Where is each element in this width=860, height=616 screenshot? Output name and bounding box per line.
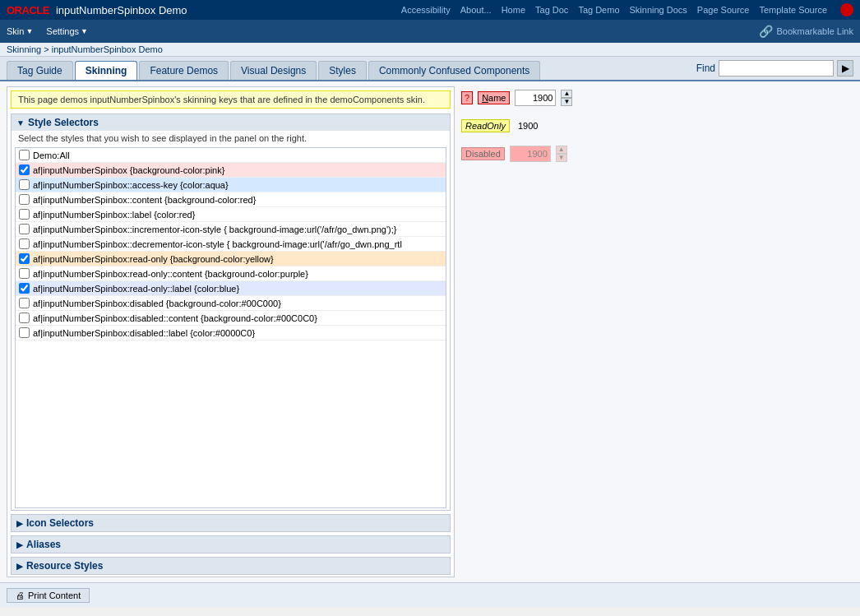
selector-checkbox-demo-all[interactable]: [19, 150, 30, 160]
settings-label: Settings: [46, 26, 79, 36]
right-panel: ? Name ▲ ▼ ReadOnly 1900 Disabled ▲ ▼: [461, 86, 853, 577]
selector-label-s12: af|inputNumberSpinbox:disabled::label {c…: [33, 328, 255, 338]
selector-checkbox-s6[interactable]: [19, 239, 30, 249]
selector-item-s9: af|inputNumberSpinbox:read-only::label {…: [16, 281, 446, 296]
find-label: Find: [696, 63, 715, 74]
top-nav-left: ORACLE inputNumberSpinbox Demo: [7, 4, 187, 16]
readonly-spinbox-row: ReadOnly 1900: [461, 116, 853, 136]
main-content: This page demos inputNumberSpinbox's ski…: [0, 81, 860, 582]
nav-circle-icon: [840, 3, 853, 16]
skin-label: Skin: [7, 26, 24, 36]
selector-label-s9: af|inputNumberSpinbox:read-only::label {…: [33, 284, 239, 294]
selector-checkbox-s3[interactable]: [19, 194, 30, 205]
disabled-label: Disabled: [461, 147, 505, 160]
info-bar: This page demos inputNumberSpinbox's ski…: [11, 90, 451, 109]
selector-checkbox-s8[interactable]: [19, 268, 30, 279]
print-icon: 🖨: [16, 591, 25, 600]
settings-dropdown-arrow: ▼: [81, 27, 88, 35]
selector-checkbox-s9[interactable]: [19, 283, 30, 294]
style-selectors-title: Style Selectors: [28, 117, 99, 128]
icon-selectors-section: ▶ Icon Selectors: [11, 514, 451, 532]
app-title: inputNumberSpinbox Demo: [56, 4, 187, 16]
disabled-spinbox-input: [510, 146, 551, 162]
tab-tag-guide[interactable]: Tag Guide: [7, 61, 73, 80]
nav-link-home[interactable]: Home: [502, 5, 525, 15]
selector-label-s2: af|inputNumberSpinbox::access-key {color…: [33, 180, 229, 190]
tab-visual-designs[interactable]: Visual Designs: [230, 61, 317, 80]
selector-checkbox-s1[interactable]: [19, 164, 30, 175]
print-content-button[interactable]: 🖨 Print Content: [7, 588, 90, 603]
disabled-spinbox-row: Disabled ▲ ▼: [461, 142, 853, 165]
name-label: Name: [478, 91, 510, 104]
normal-spinbox-down-button[interactable]: ▼: [561, 98, 572, 106]
resource-styles-header[interactable]: ▶ Resource Styles: [12, 558, 450, 574]
selector-checkbox-s10[interactable]: [19, 298, 30, 308]
selector-item-s10: af|inputNumberSpinbox:disabled {backgrou…: [16, 296, 446, 311]
selector-label-s3: af|inputNumberSpinbox::content {backgrou…: [33, 195, 256, 205]
name-rest: ame: [488, 93, 506, 103]
bottom-bar: 🖨 Print Content: [0, 582, 860, 607]
readonly-label: ReadOnly: [461, 119, 510, 132]
selector-item-s8: af|inputNumberSpinbox:read-only::content…: [16, 266, 446, 281]
breadcrumb-skinning[interactable]: Skinning: [7, 44, 41, 54]
nav-link-accessibility[interactable]: Accessibility: [401, 5, 451, 15]
selector-item-s3: af|inputNumberSpinbox::content {backgrou…: [16, 192, 446, 207]
resource-styles-collapse-icon: ▶: [16, 562, 23, 571]
tab-feature-demos[interactable]: Feature Demos: [139, 61, 229, 80]
nav-link-about[interactable]: About...: [460, 5, 492, 15]
nav-link-pagesource[interactable]: Page Source: [697, 5, 750, 15]
selector-item-demo-all: Demo:All: [16, 148, 446, 163]
nav-link-tagdemo[interactable]: Tag Demo: [578, 5, 619, 15]
selector-item-s2: af|inputNumberSpinbox::access-key {color…: [16, 178, 446, 192]
aliases-header[interactable]: ▶ Aliases: [12, 536, 450, 553]
normal-spinbox-row: ? Name ▲ ▼: [461, 86, 853, 109]
selector-item-s1: af|inputNumberSpinbox {background-color:…: [16, 163, 446, 178]
style-selectors-collapse-icon: ▼: [16, 118, 25, 127]
breadcrumb-current: inputNumberSpinbox Demo: [52, 44, 163, 54]
name-underline: N: [482, 93, 488, 103]
icon-selectors-header[interactable]: ▶ Icon Selectors: [12, 515, 450, 531]
normal-spinbox-input[interactable]: [515, 90, 556, 106]
selector-item-s5: af|inputNumberSpinbox::incrementor-icon-…: [16, 222, 446, 237]
selector-checkbox-s11[interactable]: [19, 313, 30, 323]
bookmarkable-link[interactable]: 🔗 Bookmarkable Link: [759, 25, 853, 38]
selector-label-s6: af|inputNumberSpinbox::decrementor-icon-…: [33, 239, 402, 249]
selector-label-s1: af|inputNumberSpinbox {background-color:…: [33, 165, 224, 175]
selector-checkbox-s5[interactable]: [19, 224, 30, 234]
selector-label-s10: af|inputNumberSpinbox:disabled {backgrou…: [33, 299, 281, 308]
style-selectors-section: ▼ Style Selectors Select the styles that…: [11, 113, 451, 511]
selector-list[interactable]: Demo:All af|inputNumberSpinbox {backgrou…: [15, 147, 446, 508]
tab-skinning[interactable]: Skinning: [75, 61, 138, 80]
oracle-logo: ORACLE: [7, 4, 49, 16]
skin-menu[interactable]: Skin ▼: [7, 26, 33, 36]
second-bar: Skin ▼ Settings ▼ 🔗 Bookmarkable Link: [0, 20, 860, 43]
left-panel: This page demos inputNumberSpinbox's ski…: [7, 86, 455, 577]
tab-styles[interactable]: Styles: [318, 61, 367, 80]
nav-link-skinningdocs[interactable]: Skinning Docs: [630, 5, 687, 15]
find-arrow-button[interactable]: ▶: [837, 60, 853, 76]
find-bar: Find ▶: [696, 60, 853, 80]
selector-item-s7: af|inputNumberSpinbox:read-only {backgro…: [16, 252, 446, 266]
selector-checkbox-s2[interactable]: [19, 179, 30, 190]
style-selectors-header[interactable]: ▼ Style Selectors: [12, 114, 450, 131]
aliases-collapse-icon: ▶: [16, 540, 23, 549]
selector-checkbox-s4[interactable]: [19, 209, 30, 220]
tab-commonly-confused[interactable]: Commonly Confused Components: [368, 61, 540, 80]
settings-menu[interactable]: Settings ▼: [46, 26, 88, 36]
icon-selectors-title: Icon Selectors: [26, 517, 94, 529]
tabs: Tag Guide Skinning Feature Demos Visual …: [7, 61, 540, 80]
selector-checkbox-s7[interactable]: [19, 253, 30, 264]
breadcrumb-separator: >: [44, 44, 51, 54]
selector-label-s8: af|inputNumberSpinbox:read-only::content…: [33, 269, 308, 279]
nav-link-tagdoc[interactable]: Tag Doc: [535, 5, 568, 15]
normal-spinbox-up-button[interactable]: ▲: [561, 90, 572, 98]
info-text: This page demos inputNumberSpinbox's ski…: [18, 95, 425, 104]
nav-link-templatesource[interactable]: Template Source: [759, 5, 827, 15]
tab-bar: Tag Guide Skinning Feature Demos Visual …: [0, 57, 860, 81]
find-input[interactable]: [719, 60, 834, 76]
icon-selectors-collapse-icon: ▶: [16, 519, 23, 528]
print-label: Print Content: [28, 591, 81, 600]
style-selectors-description: Select the styles that you wish to see d…: [12, 131, 450, 146]
selector-checkbox-s12[interactable]: [19, 327, 30, 338]
bookmark-label: Bookmarkable Link: [776, 26, 853, 36]
